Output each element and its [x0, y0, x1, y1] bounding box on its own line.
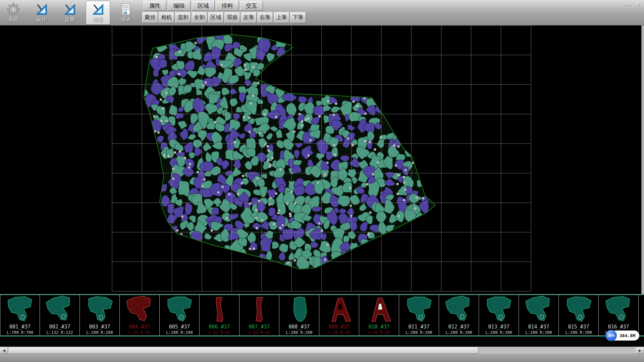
tab-label: 排版 — [93, 16, 103, 23]
tab-system[interactable]: 系统 — [1, 1, 25, 24]
pattern-thumb-013_#37[interactable]: 013_#37L:200 R:200 — [479, 295, 519, 336]
pattern-name: 011_#37 — [399, 324, 439, 330]
tab-label: 设置 — [65, 16, 75, 23]
tab-design[interactable]: 设计 — [30, 1, 54, 24]
tool-defect[interactable]: 瑕疵 — [224, 12, 240, 23]
pattern-name: 009_#37 — [319, 324, 359, 330]
app-window: 系统设计设置排版报表 属性编辑区域排料交互 聚排相机选割全割区域瑕疵左靠右靠上靠… — [0, 0, 644, 362]
pattern-lr-count: L:32 R:32 — [319, 330, 359, 335]
tool-cut-selected[interactable]: 选割 — [175, 12, 191, 23]
pattern-shape — [121, 295, 158, 323]
tool-align-right[interactable]: 右靠 — [257, 12, 273, 23]
pattern-thumb-002_#37[interactable]: 002_#37L:132 R:132 — [40, 295, 80, 336]
pattern-shape — [161, 295, 198, 323]
pattern-name: 010_#37 — [359, 324, 399, 330]
tab-report[interactable]: 报表 — [114, 1, 138, 24]
pattern-shape — [320, 295, 358, 323]
pattern-thumb-001_#37[interactable]: 001_#37L:700 R:700 — [0, 295, 40, 336]
progress-indicator: 38% 384.8M — [606, 330, 639, 341]
pattern-lr-count: L:31 R:31 — [200, 330, 239, 335]
pattern-thumb-008_#37[interactable]: 008_#37L:200 R:200 — [279, 295, 319, 336]
pattern-thumb-009_#37[interactable]: 009_#37L:32 R:32 — [319, 295, 359, 336]
pattern-lr-count: L:200 R:200 — [399, 330, 439, 335]
tool-cluster-nest[interactable]: 聚排 — [142, 12, 158, 23]
minimize-button[interactable]: — — [624, 0, 630, 9]
pattern-lr-count: L:200 R:200 — [160, 330, 199, 335]
menu-region[interactable]: 区域 — [192, 1, 215, 11]
menu-properties[interactable]: 属性 — [144, 1, 166, 11]
pattern-thumbnail-strip: 001_#37L:700 R:700002_#37L:132 R:132003_… — [0, 294, 644, 337]
pattern-name: 007_#37 — [239, 324, 279, 330]
pattern-lr-count: L:31 R:31 — [120, 330, 159, 335]
main-tabs: 系统设计设置排版报表 — [1, 1, 138, 24]
pattern-thumb-004_#37[interactable]: 004_#37L:31 R:31 — [120, 295, 160, 336]
pattern-thumb-014_#37[interactable]: 014_#37L:200 R:200 — [519, 295, 559, 336]
pattern-lr-count: L:31 R:31 — [239, 330, 279, 335]
pattern-name: 016_#37 — [599, 324, 638, 330]
tool-zone[interactable]: 区域 — [208, 12, 224, 23]
pattern-shape — [201, 295, 238, 323]
scrollbar-thumb[interactable] — [9, 347, 478, 354]
pattern-thumb-003_#37[interactable]: 003_#37L:200 R:200 — [80, 295, 120, 336]
pattern-thumb-015_#37[interactable]: 015_#37L:200 R:200 — [559, 295, 599, 336]
pattern-thumb-006_#37[interactable]: 006_#37L:31 R:31 — [200, 295, 239, 336]
pattern-lr-count: L:200 R:200 — [479, 330, 519, 335]
tool-align-left[interactable]: 左靠 — [241, 12, 257, 23]
pattern-name: 004_#37 — [120, 324, 159, 330]
toolbar: 系统设计设置排版报表 属性编辑区域排料交互 聚排相机选割全割区域瑕疵左靠右靠上靠… — [0, 0, 644, 25]
nesting-canvas-svg — [0, 25, 644, 294]
vertical-scrollbar-track[interactable] — [641, 25, 644, 294]
pattern-name: 006_#37 — [200, 324, 239, 330]
pattern-shape — [240, 295, 278, 323]
menu-nest[interactable]: 排料 — [216, 1, 239, 11]
pattern-lr-count: L:132 R:132 — [40, 330, 79, 335]
pattern-shape — [81, 295, 118, 323]
pattern-shape — [480, 295, 518, 323]
set-square-icon — [63, 3, 76, 16]
pattern-shape — [560, 295, 597, 323]
pattern-shape — [41, 295, 78, 323]
tool-align-bottom[interactable]: 下靠 — [290, 12, 306, 23]
menu-edit[interactable]: 编辑 — [168, 1, 191, 11]
window-controls: — × — [624, 0, 640, 9]
status-row — [0, 337, 644, 347]
pattern-shape — [600, 295, 637, 323]
report-icon — [119, 3, 133, 16]
pattern-thumb-011_#37[interactable]: 011_#37L:200 R:200 — [399, 295, 439, 336]
gear-icon — [7, 3, 20, 16]
pattern-thumb-016_#37[interactable]: 016_#37L:200 R:200 — [599, 295, 639, 336]
tool-cut-all[interactable]: 全割 — [192, 12, 207, 23]
tab-label: 报表 — [121, 16, 131, 23]
pattern-lr-count: L:33 R:33 — [359, 330, 399, 335]
scroll-right-button[interactable]: ▶ — [636, 347, 644, 354]
pattern-name: 013_#37 — [479, 324, 519, 330]
pattern-name: 008_#37 — [279, 324, 319, 330]
pattern-thumb-010_#37[interactable]: 010_#37L:33 R:33 — [359, 295, 399, 336]
menu-bar: 属性编辑区域排料交互 — [144, 1, 263, 11]
tab-label: 设计 — [37, 16, 47, 23]
scroll-left-button[interactable]: ◀ — [0, 347, 8, 354]
pattern-shape — [440, 295, 478, 323]
menu-interaction[interactable]: 交互 — [240, 1, 263, 11]
tool-bar: 聚排相机选割全割区域瑕疵左靠右靠上靠下靠 — [142, 12, 306, 23]
pattern-shape — [280, 295, 318, 323]
tool-align-top[interactable]: 上靠 — [274, 12, 289, 23]
memory-usage: 384.8M — [620, 333, 635, 338]
tool-camera[interactable]: 相机 — [159, 12, 174, 23]
tab-settings[interactable]: 设置 — [58, 1, 82, 24]
pattern-lr-count: L:200 R:200 — [519, 330, 558, 335]
tab-nesting[interactable]: 排版 — [86, 1, 110, 24]
set-square-icon — [35, 3, 48, 16]
pattern-thumb-007_#37[interactable]: 007_#37L:31 R:31 — [239, 295, 279, 336]
progress-percentage: 38% — [605, 330, 617, 341]
pattern-lr-count: L:700 R:700 — [0, 330, 40, 335]
pattern-name: 003_#37 — [80, 324, 119, 330]
close-button[interactable]: × — [636, 0, 640, 9]
pattern-thumb-005_#37[interactable]: 005_#37L:200 R:200 — [160, 295, 200, 336]
pattern-lr-count: L:200 R:200 — [279, 330, 319, 335]
pattern-thumb-012_#37[interactable]: 012_#37L:200 R:200 — [439, 295, 479, 336]
horizontal-scrollbar[interactable]: ◀ ▶ — [0, 347, 644, 354]
pattern-thumb-cell-17[interactable] — [639, 295, 644, 336]
nesting-canvas[interactable] — [0, 25, 644, 294]
pattern-name: 014_#37 — [519, 324, 558, 330]
